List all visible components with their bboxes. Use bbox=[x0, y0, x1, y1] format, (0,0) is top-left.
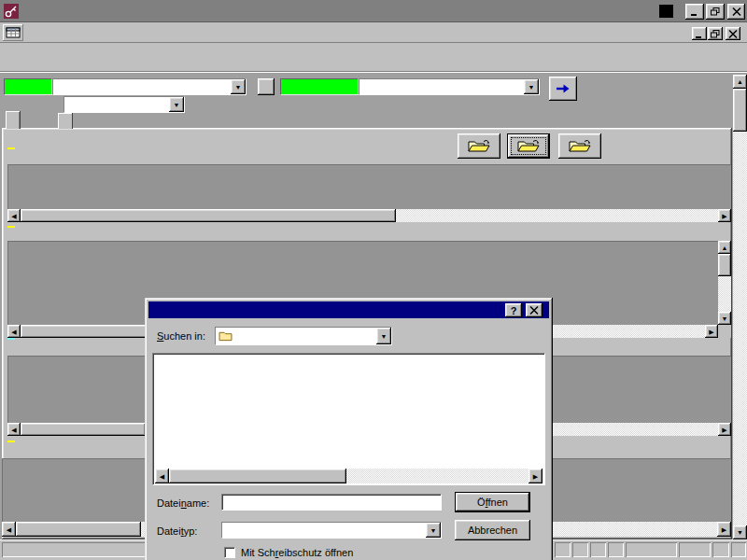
scroll-right-icon[interactable]: ▶ bbox=[718, 423, 731, 436]
scroll-right-icon[interactable]: ▶ bbox=[718, 209, 731, 222]
toolbar bbox=[0, 43, 747, 73]
open-button-label: Öffnen bbox=[477, 497, 508, 508]
suchen-in-label: Suchen in: bbox=[157, 330, 205, 342]
mdi-restore-button[interactable] bbox=[708, 27, 723, 40]
go-button[interactable] bbox=[549, 77, 577, 101]
kurzname-label bbox=[6, 99, 63, 112]
scroll-down-icon[interactable]: ▼ bbox=[733, 525, 747, 539]
status-panel bbox=[626, 542, 677, 557]
close-icon bbox=[529, 306, 539, 315]
scroll-up-icon[interactable]: ▲ bbox=[718, 241, 731, 254]
status-panel bbox=[712, 542, 729, 557]
restore-icon bbox=[711, 7, 720, 16]
file-list-hscrollbar[interactable]: ◀ ▶ bbox=[155, 469, 543, 483]
status-panel bbox=[555, 542, 571, 557]
mdi-minimize-button[interactable] bbox=[692, 27, 707, 40]
status-panel bbox=[608, 542, 624, 557]
status-panel bbox=[731, 542, 746, 557]
open-folder-icon bbox=[568, 138, 592, 154]
mdi-close-button[interactable] bbox=[726, 27, 740, 40]
scroll-left-icon[interactable]: ◀ bbox=[7, 325, 21, 338]
referenz-combobox[interactable]: ▼ bbox=[52, 78, 247, 95]
form-vscrollbar[interactable]: ▲ ▼ bbox=[733, 75, 747, 539]
scroll-down-icon[interactable]: ▼ bbox=[718, 312, 731, 325]
access-key-icon bbox=[4, 4, 19, 19]
vorgaenge-section-label bbox=[7, 226, 15, 228]
blue-arrow-right-icon bbox=[555, 82, 571, 95]
status-panel bbox=[590, 542, 606, 557]
archiv-section-label bbox=[7, 338, 15, 340]
open-file-button-1[interactable] bbox=[458, 133, 500, 159]
filename-input[interactable] bbox=[221, 494, 442, 511]
scrollbar-thumb[interactable] bbox=[21, 423, 146, 436]
kurzname-combobox[interactable]: ▼ bbox=[63, 96, 185, 113]
menu-bar bbox=[0, 22, 747, 43]
open-button[interactable]: Öffnen bbox=[455, 492, 530, 512]
w-button[interactable] bbox=[258, 78, 275, 95]
tab-weiteres[interactable] bbox=[58, 113, 73, 129]
file-list[interactable]: ◀ ▶ bbox=[152, 353, 545, 485]
scrollbar-thumb[interactable] bbox=[21, 209, 396, 222]
objekte-hscrollbar[interactable]: ◀ ▶ bbox=[7, 209, 731, 222]
close-icon bbox=[728, 30, 738, 38]
kurzname-value[interactable] bbox=[64, 97, 169, 112]
readonly-checkbox[interactable] bbox=[224, 547, 235, 558]
scrollbar-thumb[interactable] bbox=[718, 254, 731, 276]
status-panel bbox=[572, 542, 588, 557]
dialog-close-button[interactable] bbox=[526, 303, 543, 317]
minimize-button[interactable] bbox=[685, 4, 704, 20]
scroll-right-icon[interactable]: ▶ bbox=[717, 522, 731, 537]
open-file-button-2[interactable] bbox=[507, 133, 550, 159]
restore-icon bbox=[711, 30, 720, 38]
scroll-right-icon[interactable]: ▶ bbox=[529, 469, 543, 483]
tab-daten[interactable] bbox=[6, 111, 21, 129]
readonly-checkbox-label: Mit Schreibschutz öffnen bbox=[241, 547, 353, 558]
referenz-joker-combobox[interactable]: ▼ bbox=[359, 78, 540, 95]
scroll-right-icon[interactable]: ▶ bbox=[705, 325, 718, 338]
folder-icon bbox=[218, 330, 233, 342]
form-view-icon[interactable] bbox=[3, 24, 23, 41]
minimize-icon bbox=[690, 7, 699, 16]
close-button[interactable] bbox=[727, 4, 745, 20]
lieferscheine-section-label bbox=[7, 441, 15, 442]
referenz-joker-value[interactable] bbox=[359, 79, 524, 94]
filetype-value bbox=[222, 523, 426, 538]
scroll-left-icon[interactable]: ◀ bbox=[155, 469, 169, 483]
open-folder-icon bbox=[467, 138, 491, 154]
chevron-down-icon[interactable]: ▼ bbox=[376, 328, 391, 344]
scrollbar-thumb[interactable] bbox=[169, 469, 346, 483]
chevron-down-icon[interactable]: ▼ bbox=[231, 79, 246, 94]
referenz-joker-label bbox=[280, 78, 359, 95]
dialog-help-button[interactable]: ? bbox=[505, 303, 522, 317]
open-folder-icon bbox=[516, 138, 541, 154]
cancel-button-label: Abbrechen bbox=[468, 525, 517, 536]
objekte-section-label bbox=[7, 147, 15, 149]
vorgaenge-vscrollbar[interactable]: ▲ ▼ bbox=[718, 241, 731, 325]
chevron-down-icon[interactable]: ▼ bbox=[426, 523, 441, 538]
close-icon bbox=[732, 7, 741, 16]
filetype-combobox[interactable]: ▼ bbox=[221, 522, 442, 539]
scroll-left-icon[interactable]: ◀ bbox=[2, 522, 16, 537]
title-bar-black-box bbox=[659, 5, 673, 18]
scroll-left-icon[interactable]: ◀ bbox=[7, 209, 21, 222]
referenz-label bbox=[4, 78, 52, 95]
look-in-combobox[interactable]: ▼ bbox=[215, 327, 392, 345]
dateityp-label: Dateityp: bbox=[157, 525, 197, 537]
scrollbar-corner bbox=[718, 325, 731, 338]
title-bar bbox=[0, 0, 747, 22]
scroll-up-icon[interactable]: ▲ bbox=[733, 75, 747, 89]
referenz-value[interactable] bbox=[53, 79, 231, 94]
open-file-button-3[interactable] bbox=[558, 133, 601, 159]
chevron-down-icon[interactable]: ▼ bbox=[169, 97, 184, 112]
dateiname-label: Dateiname: bbox=[157, 497, 209, 509]
scrollbar-thumb[interactable] bbox=[733, 89, 747, 132]
chevron-down-icon[interactable]: ▼ bbox=[524, 79, 539, 94]
cancel-button[interactable]: Abbrechen bbox=[455, 520, 530, 540]
dialog-title-bar bbox=[148, 301, 549, 318]
status-nf-indicator bbox=[679, 542, 711, 557]
readonly-checkbox-row: Mit Schreibschutz öffnen bbox=[224, 547, 353, 558]
restore-button[interactable] bbox=[706, 4, 725, 20]
file-dialog: ? Suchen in: ▼ ◀ ▶ Dateiname: Öffnen Dat… bbox=[145, 298, 553, 560]
scrollbar-thumb[interactable] bbox=[16, 522, 141, 537]
scroll-left-icon[interactable]: ◀ bbox=[7, 423, 21, 436]
